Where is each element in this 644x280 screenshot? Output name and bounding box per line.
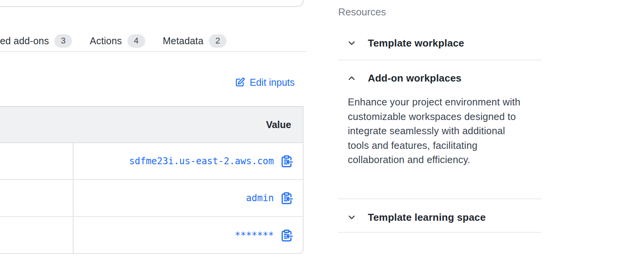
table-row: admin: [0, 180, 303, 217]
input-value-host: sdfme23i.us-east-2.aws.com: [129, 156, 274, 167]
edit-inputs-button[interactable]: Edit inputs: [235, 77, 295, 88]
section-divider: [338, 232, 541, 233]
clipboard-copy-icon: [280, 155, 293, 168]
tab-count-badge: 4: [127, 34, 145, 48]
accordion-title: Template learning space: [338, 212, 486, 223]
pencil-square-icon: [235, 77, 245, 88]
accordion-template-learning-space[interactable]: Template learning space: [338, 210, 541, 225]
tab-metadata[interactable]: Metadata 2: [163, 34, 227, 48]
accordion-title: Template workplace: [338, 37, 464, 49]
section-divider: [338, 198, 541, 199]
copy-to-clipboard-button[interactable]: [280, 154, 293, 168]
page: ed add-ons 3 Actions 4 Metadata 2 Edit i…: [0, 0, 644, 280]
chevron-down-icon: [346, 38, 357, 48]
copy-to-clipboard-button[interactable]: [280, 228, 293, 242]
edit-inputs-label: Edit inputs: [250, 77, 295, 88]
tab-count-badge: 2: [209, 34, 226, 48]
inputs-table: Value sdfme23i.us-east-2.aws.com admin *…: [0, 106, 304, 254]
chevron-down-icon: [346, 212, 357, 223]
accordion-description: Enhance your project environment with cu…: [348, 95, 528, 167]
tab-label: Metadata: [163, 35, 204, 47]
input-value-password-masked: *******: [235, 230, 274, 241]
tab-count-badge: 3: [54, 34, 72, 48]
table-row: sdfme23i.us-east-2.aws.com: [0, 143, 303, 180]
resources-panel: Resources Template workplace Add-on work…: [338, 0, 541, 280]
section-divider: [338, 60, 541, 60]
accordion-add-on-workplaces[interactable]: Add-on workplaces: [338, 71, 541, 85]
tab-label: Actions: [90, 35, 122, 47]
detail-tabs: ed add-ons 3 Actions 4 Metadata 2: [0, 32, 306, 49]
tab-installed-add-ons[interactable]: ed add-ons 3: [0, 34, 72, 48]
copy-to-clipboard-button[interactable]: [280, 191, 293, 205]
clipboard-copy-icon: [280, 192, 293, 205]
accordion-template-workplace[interactable]: Template workplace: [338, 36, 541, 50]
tab-label: ed add-ons: [0, 35, 49, 47]
previous-card-bottom-edge: [0, 0, 304, 7]
table-header-row: Value: [0, 106, 303, 143]
value-column-header: Value: [266, 119, 291, 130]
edit-inputs-row: Edit inputs: [0, 75, 295, 90]
tab-actions[interactable]: Actions 4: [90, 34, 145, 48]
input-value-username: admin: [246, 193, 274, 203]
table-row: *******: [0, 217, 303, 254]
tabbar-divider: [0, 51, 306, 52]
resources-title: Resources: [338, 6, 386, 18]
clipboard-copy-icon: [280, 229, 293, 242]
chevron-up-icon: [346, 73, 357, 83]
